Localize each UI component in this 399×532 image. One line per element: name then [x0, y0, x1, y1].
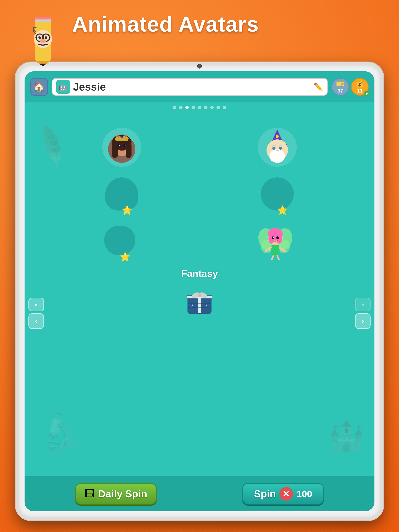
main-content: ⭐ ⭐ ⭐: [25, 114, 374, 476]
x-mark-icon: ✕: [283, 489, 290, 498]
title-area: Animated Avatars: [72, 12, 383, 36]
svg-line-8: [34, 38, 36, 38]
dot-8[interactable]: [216, 106, 220, 109]
dot-6[interactable]: [204, 106, 207, 109]
svg-point-33: [279, 147, 282, 150]
svg-rect-17: [112, 142, 118, 158]
dot-9[interactable]: [223, 106, 226, 109]
svg-rect-2: [35, 19, 51, 22]
dot-1[interactable]: [173, 106, 176, 109]
player-avatar-small: 🤖: [56, 80, 70, 94]
avatar-fairy[interactable]: [256, 219, 295, 262]
add-coins-icon[interactable]: +: [364, 91, 370, 97]
daily-spin-button[interactable]: 🎞 Daily Spin: [75, 483, 157, 505]
spin-button[interactable]: Spin ✕ 100: [242, 483, 324, 505]
tablet-screen: 🔬 🏰 🪶 🏠 🤖 Jessie ✏️ 🎫 37: [25, 71, 374, 511]
category-label: Fantasy: [181, 268, 218, 279]
film-icon: 🎞: [84, 488, 94, 500]
svg-point-32: [272, 147, 276, 150]
svg-point-21: [121, 137, 123, 139]
home-button[interactable]: 🏠: [30, 78, 48, 96]
svg-point-47: [273, 237, 274, 238]
nav-right: » ›: [355, 298, 371, 329]
svg-point-35: [270, 151, 285, 163]
spin-cost-badge: ✕: [279, 487, 293, 501]
svg-point-46: [276, 236, 279, 239]
svg-line-51: [271, 256, 273, 260]
avatar-locked-1[interactable]: ⭐: [105, 172, 138, 215]
bottom-bar: 🎞 Daily Spin Spin ✕ 100: [25, 476, 374, 511]
svg-rect-18: [126, 142, 131, 158]
tablet-camera: [197, 64, 202, 69]
chevron-left-icon: ‹: [35, 317, 37, 326]
nav-left: « ‹: [28, 298, 44, 329]
mascot-icon: [16, 4, 70, 66]
dot-7[interactable]: [210, 106, 214, 109]
svg-point-13: [40, 39, 46, 43]
double-chevron-right-icon: »: [361, 301, 364, 308]
double-chevron-left-icon: «: [35, 301, 38, 308]
page-title: Animated Avatars: [72, 12, 259, 36]
prev-page-button[interactable]: «: [28, 298, 44, 311]
player-name-container: 🤖 Jessie ✏️: [52, 78, 328, 96]
svg-line-9: [50, 38, 51, 38]
avatar-queen[interactable]: [102, 126, 141, 169]
avatar-wizard[interactable]: [258, 126, 297, 169]
player-name: Jessie: [73, 81, 310, 93]
svg-point-20: [117, 135, 119, 137]
avatar-locked-3[interactable]: ⭐: [104, 219, 135, 262]
next-avatar-button[interactable]: ›: [355, 313, 371, 329]
coin-count: 11: [357, 88, 363, 94]
locked-silhouette-3: [104, 226, 135, 255]
gift-box-icon: ? ?: [185, 285, 214, 314]
spin-cost: 100: [296, 488, 312, 499]
chevron-right-icon: ›: [361, 317, 364, 326]
tablet-frame: 🔬 🏰 🪶 🏠 🤖 Jessie ✏️ 🎫 37: [16, 62, 383, 520]
svg-point-29: [276, 135, 279, 138]
svg-point-26: [125, 145, 125, 146]
svg-marker-4: [39, 64, 47, 66]
token-count: 37: [338, 88, 343, 94]
dot-3-active[interactable]: [185, 106, 189, 109]
dot-5[interactable]: [198, 106, 201, 109]
svg-line-52: [277, 256, 279, 260]
svg-point-23: [117, 144, 120, 147]
coin-badge[interactable]: 💰 11 +: [351, 78, 369, 96]
svg-point-60: [198, 293, 201, 297]
star-icon-1: ⭐: [122, 205, 133, 215]
dot-2[interactable]: [179, 106, 183, 109]
avatar-locked-2[interactable]: ⭐: [261, 172, 294, 215]
svg-point-24: [123, 144, 126, 147]
svg-point-12: [45, 36, 47, 39]
top-bar: 🏠 🤖 Jessie ✏️ 🎫 37 💰 11 +: [25, 71, 374, 102]
pagination-dots: [25, 103, 374, 112]
next-page-button[interactable]: »: [355, 298, 371, 311]
home-icon: 🏠: [33, 81, 45, 93]
dot-4[interactable]: [192, 106, 195, 109]
coins-area: 🎫 37 💰 11 +: [332, 78, 369, 96]
edit-icon[interactable]: ✏️: [314, 82, 323, 92]
svg-point-11: [38, 36, 41, 39]
svg-point-45: [272, 236, 274, 239]
svg-point-48: [278, 237, 278, 238]
svg-point-22: [125, 135, 127, 137]
gift-box-container[interactable]: ? ?: [185, 285, 214, 314]
daily-spin-label: Daily Spin: [98, 488, 147, 500]
star-icon-3: ⭐: [120, 252, 130, 262]
token-badge: 🎫 37: [332, 78, 349, 96]
spin-label: Spin: [254, 488, 276, 500]
star-icon-2: ⭐: [277, 205, 288, 215]
svg-point-25: [119, 145, 120, 146]
prev-avatar-button[interactable]: ‹: [28, 313, 44, 329]
